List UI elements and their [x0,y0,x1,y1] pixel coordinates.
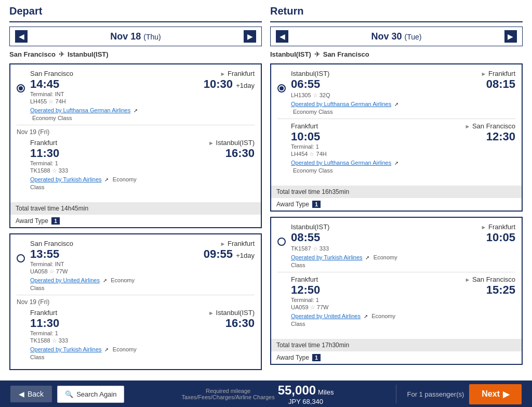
d1-s2-terminal: Terminal: 1 [30,160,142,166]
d2-s2-terminal: Terminal: 1 [30,330,142,336]
depart-panel: Depart ◀ Nov 18 (Thu) ▶ San Francisco ✈ … [5,5,266,375]
depart-flight-card-2[interactable]: San Francisco 13:55 Terminal: INT UA058 … [9,233,262,370]
d1-award-row: Award Type 1 [10,215,261,227]
d2-s2-to: ► Istanbul(IST) [142,309,255,317]
ret1-seg1: Istanbul(IST) 06:55 LH1305 ☆ 32Q Operate… [277,70,515,115]
d1-s1-to: ► Frankfurt [142,70,255,77]
d1-s1-flight: LH455 ☆ 74H [30,98,142,105]
ret1-seg2: Frankfurt 10:05 Terminal: 1 LH454 ☆ 74H … [277,122,515,174]
return-date: Nov 30 (Tue) [371,31,422,42]
r1-s2-arr: 12:30 [403,130,515,143]
return-title: Return [270,5,523,17]
d1-s2-to: ► Istanbul(IST) [142,139,255,147]
return-flight-card-2[interactable]: Istanbul(IST) 08:55 TK1587 ☆ 333 Operate… [270,217,523,365]
r1-s2-flight: LH454 ☆ 74H [291,151,403,157]
return-radio-2[interactable] [277,238,286,246]
mileage-label: Required mileage [182,388,275,394]
next-chevron-icon: ▶ [503,389,509,399]
depart-title: Depart [9,5,262,17]
d1-s1-arr: 10:30 +1day [142,77,255,91]
search-again-button[interactable]: 🔍 Search Again [57,386,124,403]
d1-s2-flight: TK1588 ☆ 333 [30,167,142,174]
depart2-seg2: Frankfurt 11:30 Terminal: 1 TK1588 ☆ 333… [17,309,255,361]
d1-travel-time: Total travel time 14h45min [10,202,261,215]
return-prev-btn[interactable]: ◀ [276,30,288,43]
search-icon: 🔍 [65,390,73,398]
depart-prev-btn[interactable]: ◀ [15,30,28,43]
d2-s2-arr: 16:30 [142,317,255,330]
r2-s2-dep: 12:50 [291,283,403,297]
back-chevron-icon: ◀ [19,390,24,398]
r2-s1-flight: TK1587 ☆ 333 [291,245,403,252]
r1-s1-from: Istanbul(IST) [291,70,403,77]
d2-s2-dep: 11:30 [30,317,142,330]
next-button[interactable]: Next ▶ [469,384,522,404]
r1-s2-operated: Operated by Lufthansa German Airlines ➚ … [291,159,403,174]
d1-s2-arr: 16:30 [142,147,255,160]
d1-date-label: Nov 19 (Fri) [17,128,255,136]
return-date-nav: ◀ Nov 30 (Tue) ▶ [270,27,523,46]
r2-s1-operated: Operated by Turkish Airlines ➚ Economy C… [291,253,403,269]
mileage-unit: Miles [318,388,334,396]
taxes-value: JPY 68,340 [278,398,334,405]
mileage-value: 55,000 [278,383,316,398]
r1-s1-arr: 08:15 [403,77,515,91]
d2-s2-flight: TK1588 ☆ 333 [30,337,142,344]
d1-s2-operated: Operated by Turkish Airlines ➚ Economy C… [30,175,142,191]
r2-s2-from: Frankfurt [291,275,403,283]
d1-s2-from: Frankfurt [30,139,142,147]
pax-label: For 1 passenger(s) [407,390,464,398]
r1-s1-operated: Operated by Lufthansa German Airlines ➚ … [291,100,403,115]
r1-s1-flight: LH1305 ☆ 32Q [291,92,403,99]
d2-s1-dep: 13:55 [30,247,142,261]
taxes-label: Taxes/Fees/Charges/Airline Charges [182,394,275,400]
depart-flight-card-1[interactable]: San Francisco 14:45 Terminal: INT LH455 … [9,63,262,228]
d2-s1-flight: UA058 ☆ 77W [30,268,142,275]
depart-date-nav: ◀ Nov 18 (Thu) ▶ [9,27,262,46]
return-route: Istanbul(IST) ✈ San Francisco [270,50,523,58]
d2-s1-from: San Francisco [30,240,142,247]
depart-radio-1[interactable] [17,84,25,93]
r1-s2-to: ► San Francisco [403,122,515,130]
d1-s1-dep: 14:45 [30,77,142,91]
r2-s1-from: Istanbul(IST) [291,223,403,231]
depart2-seg1: San Francisco 13:55 Terminal: INT UA058 … [17,240,255,292]
depart-next-btn[interactable]: ▶ [244,30,256,43]
d1-s2-dep: 11:30 [30,147,142,160]
ret2-seg2: Frankfurt 12:50 Terminal: 1 UA059 ☆ 77W … [277,275,515,327]
return-route-arrow-icon: ✈ [314,50,320,58]
d1-s1-terminal: Terminal: INT [30,91,142,97]
r1-award-row: Award Type 1 [271,198,522,211]
return-next-btn[interactable]: ▶ [504,30,517,43]
r1-award-badge: 1 [312,201,321,208]
r2-travel-time: Total travel time 17h30min [271,339,522,351]
return-radio-1[interactable] [277,84,286,93]
back-button[interactable]: ◀ Back [10,386,52,402]
d2-s1-operated: Operated by United Airlines ➚ Economy Cl… [30,276,142,292]
depart-route: San Francisco ✈ Istanbul(IST) [9,50,262,58]
r1-s2-terminal: Terminal: 1 [291,143,403,150]
depart-seg1: San Francisco 14:45 Terminal: INT LH455 … [17,70,255,122]
d2-s1-terminal: Terminal: INT [30,261,142,267]
d2-s1-arr: 09:55 +1day [142,247,255,261]
r2-s2-flight: UA059 ☆ 77W [291,304,403,311]
r1-s2-dep: 10:05 [291,130,403,143]
r2-s2-terminal: Terminal: 1 [291,297,403,303]
depart-radio-2[interactable] [17,254,25,262]
d2-s1-to: ► Frankfurt [142,240,255,247]
r1-s1-to: ► Frankfurt [403,70,515,77]
d1-s1-operated: Operated by Lufthansa German Airlines ➚ … [30,106,142,122]
ret2-seg1: Istanbul(IST) 08:55 TK1587 ☆ 333 Operate… [277,223,515,269]
r2-s2-operated: Operated by United Airlines ➚ Economy Cl… [291,312,403,327]
r2-s1-arr: 10:05 [403,231,515,244]
return-flight-card-1[interactable]: Istanbul(IST) 06:55 LH1305 ☆ 32Q Operate… [270,63,523,212]
bottom-bar: ◀ Back 🔍 Search Again Required mileage T… [0,380,532,407]
r2-award-row: Award Type 1 [271,351,522,364]
d1-award-badge: 1 [51,217,60,225]
r2-s2-arr: 15:25 [403,283,515,297]
bottom-divider [396,385,396,403]
depart-seg2: Frankfurt 11:30 Terminal: 1 TK1588 ☆ 333… [17,139,255,191]
r1-s2-from: Frankfurt [291,122,403,130]
return-panel: Return ◀ Nov 30 (Tue) ▶ Istanbul(IST) ✈ … [266,5,527,375]
r1-s1-dep: 06:55 [291,77,403,91]
